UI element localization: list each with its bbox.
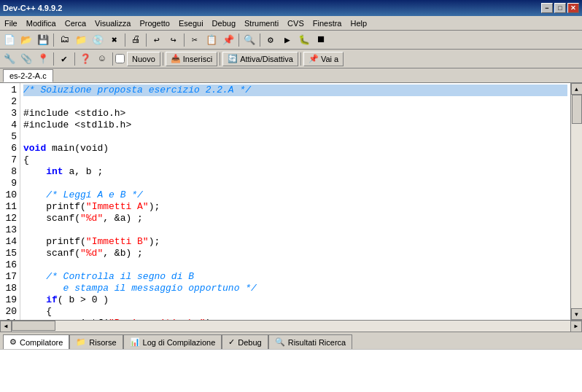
tab-risultati[interactable]: 🔍 Risultati Ricerca bbox=[268, 334, 352, 349]
line-num: 14 bbox=[3, 236, 17, 248]
line-num: 17 bbox=[3, 271, 17, 283]
nuovo-checkbox[interactable] bbox=[115, 54, 125, 63]
scroll-right-button[interactable]: ▶ bbox=[570, 321, 582, 332]
debug-check-icon: ✓ bbox=[228, 337, 235, 347]
vai-button[interactable]: 📌 Vai a bbox=[303, 52, 344, 66]
code-line-11: printf("Immetti A"); bbox=[23, 201, 567, 213]
nuovo-button[interactable]: Nuovo bbox=[127, 52, 160, 66]
toolbar2-sep-2 bbox=[74, 52, 75, 66]
code-line-12: scanf("%d", &a) ; bbox=[23, 213, 567, 224]
scroll-h-thumb[interactable] bbox=[12, 321, 55, 331]
compile-icon[interactable]: ⚙ bbox=[263, 32, 279, 48]
new-file-icon[interactable]: 📄 bbox=[1, 32, 18, 48]
code-line-19: if( b > 0 ) bbox=[23, 294, 567, 306]
scroll-left-button[interactable]: ◀ bbox=[0, 321, 12, 332]
attiva-label: Attiva/Disattiva bbox=[240, 55, 293, 63]
help-icon[interactable]: ❓ bbox=[77, 51, 93, 67]
output-area bbox=[0, 349, 582, 392]
compilatore-label: Compilatore bbox=[20, 338, 63, 347]
line-num: 19 bbox=[3, 294, 17, 306]
line-num: 4 bbox=[3, 119, 17, 131]
scroll-thumb[interactable] bbox=[572, 95, 582, 124]
toolbar2-sep-6 bbox=[300, 52, 301, 66]
menu-modifica[interactable]: Modifica bbox=[22, 16, 61, 30]
menu-file[interactable]: File bbox=[0, 16, 22, 30]
new-project-icon[interactable]: 🗂 bbox=[56, 32, 72, 48]
search-icon[interactable]: 🔍 bbox=[241, 32, 257, 48]
open-project-icon[interactable]: 📁 bbox=[73, 32, 89, 48]
about-icon[interactable]: ☺ bbox=[94, 51, 110, 67]
menu-cerca[interactable]: Cerca bbox=[61, 16, 90, 30]
file-tab-label: es-2-2-A.c bbox=[9, 71, 47, 80]
print-icon[interactable]: 🖨 bbox=[128, 32, 144, 48]
line-num: 12 bbox=[3, 213, 17, 224]
cut-icon[interactable]: ✂ bbox=[187, 32, 203, 48]
inserisci-button[interactable]: 📥 Inserisci bbox=[166, 52, 217, 66]
run-icon[interactable]: ▶ bbox=[279, 32, 295, 48]
code-editor[interactable]: /* Soluzione proposta esercizio 2.2.A */… bbox=[20, 83, 570, 320]
attiva-button[interactable]: 🔄 Attiva/Disattiva bbox=[222, 52, 298, 66]
toggle-bookmark-icon[interactable]: 📍 bbox=[35, 51, 51, 67]
tab-risorse[interactable]: 📁 Risorse bbox=[69, 334, 123, 349]
menu-finestra[interactable]: Finestra bbox=[309, 16, 346, 30]
menu-visualizza[interactable]: Visualizza bbox=[90, 16, 135, 30]
code-line-10: /* Leggi A e B */ bbox=[23, 189, 567, 201]
vertical-scrollbar[interactable]: ▲ ▼ bbox=[570, 83, 582, 320]
risorse-label: Risorse bbox=[89, 338, 116, 347]
code-token: "%d" bbox=[80, 248, 103, 259]
debug-icon[interactable]: 🐛 bbox=[296, 32, 312, 48]
line-num: 5 bbox=[3, 131, 17, 143]
code-token: /* Soluzione proposta esercizio 2.2.A */ bbox=[23, 85, 251, 95]
code-token: main(void) bbox=[46, 143, 109, 154]
menu-progetto[interactable]: Progetto bbox=[135, 16, 174, 30]
code-token: ); bbox=[149, 236, 160, 247]
scroll-up-button[interactable]: ▲ bbox=[571, 83, 583, 95]
line-numbers: 1 2 3 4 5 6 7 8 9 10 11 12 13 14 15 16 1… bbox=[0, 83, 20, 320]
undo-icon[interactable]: ↩ bbox=[149, 32, 165, 48]
menu-cvs[interactable]: CVS bbox=[283, 16, 309, 30]
code-token bbox=[23, 283, 63, 294]
check-icon[interactable]: ✔ bbox=[56, 51, 72, 67]
file-tab[interactable]: es-2-2-A.c bbox=[3, 69, 53, 82]
copy-icon[interactable]: 📋 bbox=[203, 32, 220, 48]
code-line-18: e stampa il messaggio opportuno */ bbox=[23, 283, 567, 294]
editor-inner: 1 2 3 4 5 6 7 8 9 10 11 12 13 14 15 16 1… bbox=[0, 83, 570, 320]
redo-icon[interactable]: ↪ bbox=[166, 32, 182, 48]
scroll-h-track[interactable] bbox=[12, 321, 570, 332]
toolbar2-sep-3 bbox=[112, 52, 113, 66]
scroll-down-button[interactable]: ▼ bbox=[571, 308, 583, 320]
toolbar-sep-4 bbox=[184, 34, 185, 47]
line-num: 10 bbox=[3, 189, 17, 201]
menu-debug[interactable]: Debug bbox=[208, 16, 240, 30]
menu-strumenti[interactable]: Strumenti bbox=[240, 16, 283, 30]
save-project-icon[interactable]: 💿 bbox=[90, 32, 106, 48]
toolbar-sep-5 bbox=[238, 34, 239, 47]
scroll-track[interactable] bbox=[571, 95, 582, 308]
editor-area: 1 2 3 4 5 6 7 8 9 10 11 12 13 14 15 16 1… bbox=[0, 83, 582, 320]
menu-esegui[interactable]: Esegui bbox=[174, 16, 208, 30]
minimize-button[interactable]: − bbox=[541, 3, 553, 13]
code-token bbox=[23, 189, 46, 200]
close-button[interactable]: ✕ bbox=[567, 3, 579, 13]
maximize-button[interactable]: □ bbox=[554, 3, 566, 13]
code-token: scanf( bbox=[23, 248, 80, 259]
vai-icon: 📌 bbox=[309, 54, 319, 63]
tab-compilatore[interactable]: ⚙ Compilatore bbox=[3, 334, 69, 349]
add-bookmark-icon[interactable]: 📎 bbox=[18, 51, 34, 67]
toolbar-sep-1 bbox=[53, 34, 54, 47]
stop-icon[interactable]: ⏹ bbox=[313, 32, 329, 48]
open-file-icon[interactable]: 📂 bbox=[18, 32, 34, 48]
horizontal-scrollbar[interactable]: ◀ ▶ bbox=[0, 320, 582, 332]
code-token: printf( bbox=[23, 201, 86, 212]
menu-help[interactable]: Help bbox=[346, 16, 371, 30]
menu-bar: File Modifica Cerca Visualizza Progetto … bbox=[0, 16, 582, 31]
code-token: "Immetti B" bbox=[86, 236, 149, 247]
tab-debug[interactable]: ✓ Debug bbox=[222, 334, 268, 349]
code-line-14: printf("Immetti B"); bbox=[23, 236, 567, 248]
log-icon: 📊 bbox=[130, 337, 140, 347]
paste-icon[interactable]: 📌 bbox=[220, 32, 236, 48]
save-file-icon[interactable]: 💾 bbox=[35, 32, 51, 48]
class-wizard-icon[interactable]: 🔧 bbox=[1, 51, 18, 67]
close-project-icon[interactable]: ✖ bbox=[106, 32, 123, 48]
tab-log[interactable]: 📊 Log di Compilazione bbox=[123, 334, 222, 349]
